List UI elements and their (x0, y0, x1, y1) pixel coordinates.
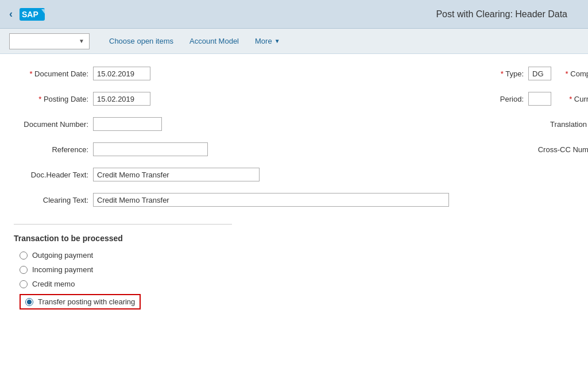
type-label: Type: (472, 69, 524, 78)
doc-header-text-row: Doc.Header Text: (14, 167, 449, 183)
posting-date-label: Posting Date: (14, 95, 88, 103)
form-left-column: Document Date: Posting Date: Document Nu… (14, 65, 449, 212)
choose-open-items-button[interactable]: Choose open items (101, 29, 181, 54)
clearing-text-input[interactable] (93, 193, 449, 207)
more-label: More (255, 37, 272, 45)
reference-row: Reference: (14, 141, 449, 157)
document-number-input[interactable] (93, 117, 162, 131)
more-caret-icon: ▼ (274, 38, 280, 44)
radio-transfer-posting[interactable]: Transfer posting with clearing (20, 294, 141, 310)
clearing-text-row: Clearing Text: (14, 192, 449, 208)
sap-logo: SAP (20, 8, 45, 21)
more-button[interactable]: More ▼ (247, 37, 288, 45)
document-date-input[interactable] (93, 67, 150, 80)
document-number-label: Document Number: (14, 120, 88, 129)
transaction-section-title: Transaction to be processed (14, 234, 574, 243)
document-number-row: Document Number: (14, 116, 449, 132)
cross-cc-row: Cross-CC Number: (472, 141, 588, 157)
dropdown-arrow-icon: ▼ (79, 38, 84, 44)
radio-incoming-input[interactable] (20, 266, 28, 274)
back-button[interactable]: ‹ (9, 8, 13, 20)
posting-date-row: Posting Date: (14, 91, 449, 107)
cross-cc-label: Cross-CC Number: (532, 145, 588, 154)
main-content: Document Date: Posting Date: Document Nu… (0, 54, 588, 383)
translation-row: Translation dte: (472, 116, 588, 132)
currency-rate-label: Currency/Rate: (555, 95, 588, 103)
type-input[interactable] (528, 67, 551, 80)
clearing-text-label: Clearing Text: (14, 196, 88, 204)
period-label: Period: (472, 95, 524, 103)
section-divider (14, 224, 232, 225)
page-title: Post with Clearing: Header Data (436, 9, 567, 20)
account-model-button[interactable]: Account Model (181, 29, 247, 54)
period-currency-row: Period: Currency/Rate: (472, 91, 588, 107)
radio-transfer-input[interactable] (25, 298, 33, 306)
document-date-row: Document Date: (14, 65, 449, 82)
radio-outgoing-label: Outgoing payment (32, 251, 93, 260)
reference-input[interactable] (93, 142, 208, 156)
period-input[interactable] (528, 92, 551, 106)
toolbar-dropdown[interactable]: ▼ (9, 33, 90, 49)
radio-credit-label: Credit memo (32, 280, 75, 288)
doc-header-text-input[interactable] (93, 168, 260, 181)
radio-incoming-label: Incoming payment (32, 265, 93, 274)
svg-text:SAP: SAP (22, 10, 38, 19)
transaction-radio-group: Outgoing payment Incoming payment Credit… (20, 251, 574, 310)
radio-outgoing-input[interactable] (20, 252, 28, 260)
form-section: Document Date: Posting Date: Document Nu… (14, 65, 574, 212)
radio-transfer-label: Transfer posting with clearing (38, 297, 135, 306)
translation-label-text: Translation dte: (532, 120, 588, 129)
type-row: Type: Company Code: (472, 65, 588, 82)
radio-incoming-payment[interactable]: Incoming payment (20, 265, 574, 274)
header-bar: ‹ SAP Post with Clearing: Header Data (0, 0, 588, 29)
reference-label: Reference: (14, 145, 88, 154)
document-date-label: Document Date: (14, 69, 88, 78)
company-code-label: Company Code: (555, 69, 588, 78)
radio-outgoing-payment[interactable]: Outgoing payment (20, 251, 574, 260)
toolbar: ▼ Choose open items Account Model More ▼ (0, 29, 588, 54)
radio-credit-memo[interactable]: Credit memo (20, 280, 574, 288)
radio-credit-input[interactable] (20, 280, 28, 288)
posting-date-input[interactable] (93, 92, 150, 106)
form-right-column: Type: Company Code: Period: Currency/Rat… (472, 65, 588, 212)
doc-header-text-label: Doc.Header Text: (14, 171, 88, 179)
